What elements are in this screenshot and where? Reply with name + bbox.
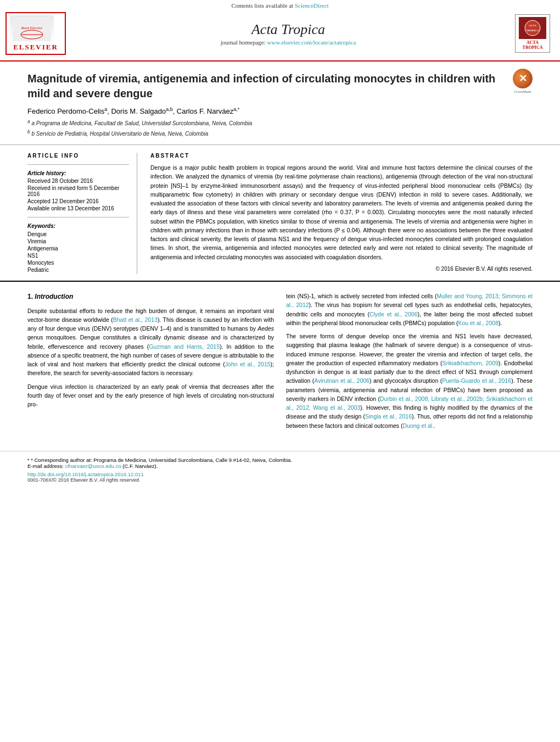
history-revised: Received in revised form 5 December 2016 [27, 185, 129, 197]
elsevier-name: ELSEVIER [10, 43, 61, 52]
section1-heading: 1. Introduction [27, 292, 274, 302]
acta-logo-image: ACTA TROPICA [519, 17, 546, 39]
contents-text: Contents lists available at [231, 2, 293, 9]
email-line: E-mail address: cfnarvaez@usco.edu.co (C… [27, 463, 533, 469]
svg-text:TROPICA: TROPICA [526, 29, 539, 32]
ref-durbin[interactable]: Durbin et al., 2008; Libraty et al., 200… [286, 395, 533, 411]
history-label: Article history: [27, 170, 129, 176]
ref-puerta[interactable]: Puerta-Guardo et al., 2016 [442, 377, 511, 384]
main-content: 1. Introduction Despite substantial effo… [0, 281, 560, 445]
article-body: ARTICLE INFO Article history: Received 2… [0, 145, 560, 274]
history-accepted: Accepted 12 December 2016 [27, 198, 129, 204]
affiliation-a: a a Programa de Medicina, Facultad de Sa… [27, 119, 507, 126]
article-authors: Federico Perdomo-Celisa, Doris M. Salgad… [27, 107, 507, 115]
acta-logo-text: ACTATROPICA [519, 40, 546, 50]
section1-number: 1. [27, 293, 35, 300]
history-online: Available online 13 December 2016 [27, 205, 129, 211]
ref-singla[interactable]: Singla et al., 2016 [365, 413, 412, 420]
article-header: Magnitude of viremia, antigenemia and in… [0, 62, 560, 145]
ref-guzman[interactable]: Guzman and Harris, 2015 [149, 343, 220, 350]
article-title: Magnitude of viremia, antigenemia and in… [27, 71, 507, 101]
section1-right-para1: tein (NS)-1, which is actively secreted … [286, 292, 533, 327]
col-right: tein (NS)-1, which is actively secreted … [286, 292, 533, 434]
section1-para1: Despite substantial efforts to reduce th… [27, 306, 274, 378]
keyword-ns1: NS1 [27, 253, 129, 259]
footnotes: * * Corresponding author at: Programa de… [0, 451, 560, 483]
journal-header: Contents lists available at ScienceDirec… [0, 0, 560, 62]
ref-john[interactable]: John et al., 2015 [225, 361, 271, 367]
crossmark-icon: ✕ [513, 69, 533, 88]
top-bar: Contents lists available at ScienceDirec… [0, 0, 560, 10]
acta-tropica-logo: ACTA TROPICA ACTATROPICA [511, 14, 555, 53]
content-columns: 1. Introduction Despite substantial effo… [27, 292, 533, 434]
keyword-monocytes: Monocytes [27, 260, 129, 266]
section1-right-para2: The severe forms of dengue develop once … [286, 332, 533, 430]
history-received: Received 28 October 2016 [27, 178, 129, 184]
section1-para2: Dengue virus infection is characterized … [27, 382, 274, 409]
abstract-copyright: © 2016 Elsevier B.V. All rights reserved… [150, 266, 533, 272]
corresponding-author-note: * * Corresponding author at: Programa de… [27, 457, 533, 463]
journal-title-center: Acta Tropica journal homepage: www.elsev… [66, 21, 511, 46]
keyword-antigenemia: Antigenemia [27, 246, 129, 252]
abstract-section: ABSTRACT Dengue is a major public health… [150, 153, 533, 274]
info-section-title: ARTICLE INFO [27, 153, 129, 159]
sciencedirect-link[interactable]: ScienceDirect [295, 2, 329, 9]
ref-bhatt[interactable]: Bhatt et al., 2013 [113, 316, 158, 323]
ref-clyde[interactable]: Clyde et al., 2006 [369, 311, 418, 317]
journal-name: Acta Tropica [66, 21, 511, 38]
ref-kou[interactable]: Kou et al., 2008 [458, 320, 499, 326]
ref-avirutnan[interactable]: Avirutnan et al., 2006 [314, 377, 369, 384]
header-inner: Reed Elsevier ELSEVIER Acta Tropica jour… [0, 10, 560, 57]
copyright-line: 0001-706X/© 2016 Elsevier B.V. All right… [27, 477, 533, 483]
keyword-viremia: Viremia [27, 238, 129, 244]
col-left: 1. Introduction Despite substantial effo… [27, 292, 274, 434]
svg-text:Reed Elsevier: Reed Elsevier [21, 26, 43, 30]
homepage-url[interactable]: www.elsevier.com/locate/actatropica [267, 39, 356, 46]
keyword-dengue: Dengue [27, 231, 129, 237]
ref-duong[interactable]: Duong et al., [402, 422, 435, 429]
ref-srikhatch09[interactable]: Srikiatkhachorn, 2009 [442, 360, 498, 366]
homepage-prefix: journal homepage: [221, 39, 267, 46]
affiliation-b: b b Servicio de Pediatría, Hospital Univ… [27, 129, 507, 137]
section1-title: Introduction [35, 293, 73, 300]
article-info: ARTICLE INFO Article history: Received 2… [27, 153, 137, 274]
svg-text:ACTA: ACTA [529, 24, 536, 27]
svg-point-5 [525, 20, 540, 36]
abstract-text: Dengue is a major public health problem … [150, 163, 533, 261]
keyword-pediatric: Pediatric [27, 267, 129, 273]
abstract-title: ABSTRACT [150, 153, 533, 159]
email-address[interactable]: cfnarvaez@usco.edu.co [65, 463, 121, 469]
homepage-line: journal homepage: www.elsevier.com/locat… [66, 39, 511, 46]
ref-muller[interactable]: Muller and Young, 2013; Simmons et al., … [286, 293, 533, 308]
crossmark: ✕ CrossMark [513, 69, 533, 94]
elsevier-logo: Reed Elsevier ELSEVIER [5, 12, 66, 55]
doi-link[interactable]: http://dx.doi.org/10.1016/j.actatropica.… [27, 471, 144, 477]
keywords-label: Keywords: [27, 223, 129, 229]
doi-line: http://dx.doi.org/10.1016/j.actatropica.… [27, 471, 533, 477]
